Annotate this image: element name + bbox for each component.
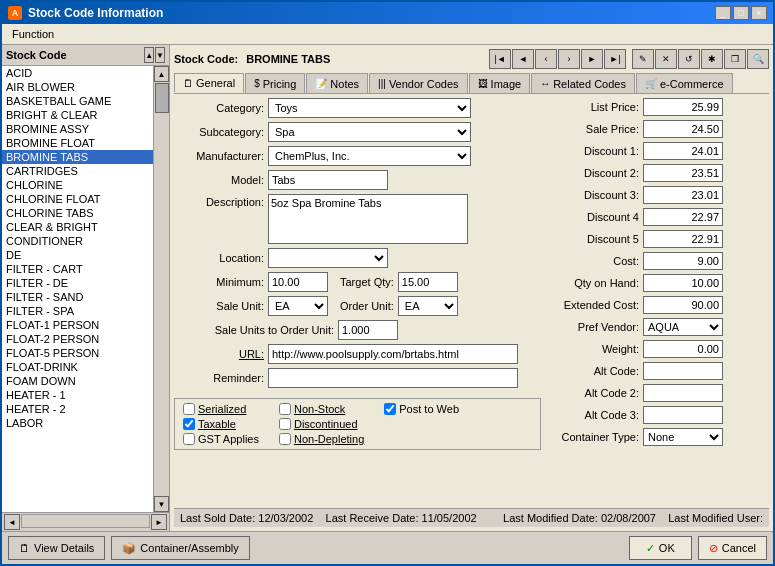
discount3-input[interactable]: [643, 186, 723, 204]
sidebar-item-float5[interactable]: FLOAT-5 PERSON: [2, 346, 153, 360]
sidebar-item-chlorine[interactable]: CHLORINE: [2, 178, 153, 192]
non-stock-checkbox[interactable]: [279, 403, 291, 415]
sidebar-item-filter-spa[interactable]: FILTER - SPA: [2, 304, 153, 318]
container-assembly-button[interactable]: 📦 Container/Assembly: [111, 536, 249, 560]
ok-button[interactable]: ✓ OK: [629, 536, 692, 560]
sale-units-input[interactable]: [338, 320, 398, 340]
manufacturer-row: Manufacturer: ChemPlus, Inc.: [174, 146, 541, 166]
sidebar-item-bright-clear[interactable]: BRIGHT & CLEAR: [2, 108, 153, 122]
sale-price-input[interactable]: [643, 120, 723, 138]
sidebar-item-airblower[interactable]: AIR BLOWER: [2, 80, 153, 94]
sidebar-item-bromine-assy[interactable]: BROMINE ASSY: [2, 122, 153, 136]
list-price-input[interactable]: [643, 98, 723, 116]
tab-related-codes[interactable]: ↔ Related Codes: [531, 73, 635, 93]
sidebar-item-filter-sand[interactable]: FILTER - SAND: [2, 290, 153, 304]
sidebar-item-clear-bright[interactable]: CLEAR & BRIGHT: [2, 220, 153, 234]
description-input[interactable]: 5oz Spa Bromine Tabs: [268, 194, 468, 244]
sidebar-item-filter-cart[interactable]: FILTER - CART: [2, 262, 153, 276]
qty-on-hand-input[interactable]: [643, 274, 723, 292]
sidebar-item-float1[interactable]: FLOAT-1 PERSON: [2, 318, 153, 332]
list-price-label: List Price:: [549, 101, 639, 113]
sidebar-sort-desc[interactable]: ▼: [155, 47, 165, 63]
weight-input[interactable]: [643, 340, 723, 358]
sidebar-item-de[interactable]: DE: [2, 248, 153, 262]
sidebar-scroll-left[interactable]: ◄: [4, 514, 20, 530]
sidebar-item-basketball[interactable]: BASKETBALL GAME: [2, 94, 153, 108]
cancel-button[interactable]: ⊘ Cancel: [698, 536, 767, 560]
taxable-checkbox[interactable]: [183, 418, 195, 430]
manufacturer-select[interactable]: ChemPlus, Inc.: [268, 146, 471, 166]
tab-ecommerce[interactable]: 🛒 e-Commerce: [636, 73, 733, 93]
category-select[interactable]: Toys: [268, 98, 471, 118]
close-button[interactable]: ×: [751, 6, 767, 20]
sidebar-item-float2[interactable]: FLOAT-2 PERSON: [2, 332, 153, 346]
sidebar-item-chlorine-float[interactable]: CHLORINE FLOAT: [2, 192, 153, 206]
discount5-input[interactable]: [643, 230, 723, 248]
sidebar-item-filter-de[interactable]: FILTER - DE: [2, 276, 153, 290]
nav-last-button[interactable]: ►|: [604, 49, 626, 69]
sidebar-sort-asc[interactable]: ▲: [144, 47, 154, 63]
nav-search-button[interactable]: 🔍: [747, 49, 769, 69]
maximize-button[interactable]: □: [733, 6, 749, 20]
sidebar-item-float-drink[interactable]: FLOAT-DRINK: [2, 360, 153, 374]
sidebar-item-bromine-tabs[interactable]: BROMINE TABS: [2, 150, 153, 164]
container-type-select[interactable]: None: [643, 428, 723, 446]
nav-refresh-button[interactable]: ↺: [678, 49, 700, 69]
alt-code-input[interactable]: [643, 362, 723, 380]
alt-code3-input[interactable]: [643, 406, 723, 424]
nav-prev-button[interactable]: ◄: [512, 49, 534, 69]
serialized-checkbox[interactable]: [183, 403, 195, 415]
model-input[interactable]: Tabs: [268, 170, 388, 190]
nav-delete-button[interactable]: ✕: [655, 49, 677, 69]
sidebar-item-bromine-float[interactable]: BROMINE FLOAT: [2, 136, 153, 150]
nav-back-button[interactable]: ‹: [535, 49, 557, 69]
discount4-input[interactable]: [643, 208, 723, 226]
minimize-button[interactable]: _: [715, 6, 731, 20]
sidebar-item-heater2[interactable]: HEATER - 2: [2, 402, 153, 416]
nav-next-button[interactable]: ►: [581, 49, 603, 69]
nav-fwd-button[interactable]: ›: [558, 49, 580, 69]
menu-function[interactable]: Function: [6, 26, 60, 42]
nav-copy-button[interactable]: ❐: [724, 49, 746, 69]
pref-vendor-select[interactable]: AQUA: [643, 318, 723, 336]
tab-notes[interactable]: 📝 Notes: [306, 73, 368, 93]
tab-pricing[interactable]: $ Pricing: [245, 73, 305, 93]
sidebar-item-acid[interactable]: ACID: [2, 66, 153, 80]
subcategory-select[interactable]: Spa: [268, 122, 471, 142]
url-input[interactable]: [268, 344, 518, 364]
tab-vendor-codes[interactable]: ||| Vendor Codes: [369, 73, 468, 93]
cost-input[interactable]: [643, 252, 723, 270]
scroll-thumb[interactable]: [155, 83, 169, 113]
stock-code-label: Stock Code:: [174, 53, 238, 65]
post-to-web-checkbox[interactable]: [384, 403, 396, 415]
reminder-input[interactable]: [268, 368, 518, 388]
order-unit-select[interactable]: EA: [398, 296, 458, 316]
subcategory-row: Subcategory: Spa: [174, 122, 541, 142]
discount2-input[interactable]: [643, 164, 723, 182]
sale-unit-select[interactable]: EA: [268, 296, 328, 316]
sidebar-scroll-right[interactable]: ►: [151, 514, 167, 530]
sidebar-item-chlorine-tabs[interactable]: CHLORINE TABS: [2, 206, 153, 220]
non-depleting-checkbox[interactable]: [279, 433, 291, 445]
view-details-button[interactable]: 🗒 View Details: [8, 536, 105, 560]
gst-checkbox[interactable]: [183, 433, 195, 445]
scroll-up-button[interactable]: ▲: [154, 66, 169, 82]
sidebar-item-heater1[interactable]: HEATER - 1: [2, 388, 153, 402]
discount1-input[interactable]: [643, 142, 723, 160]
location-select[interactable]: [268, 248, 388, 268]
nav-edit-button[interactable]: ✎: [632, 49, 654, 69]
minimum-input[interactable]: [268, 272, 328, 292]
discontinued-checkbox[interactable]: [279, 418, 291, 430]
target-qty-input[interactable]: [398, 272, 458, 292]
alt-code2-input[interactable]: [643, 384, 723, 402]
nav-first-button[interactable]: |◄: [489, 49, 511, 69]
sidebar-item-conditioner[interactable]: CONDITIONER: [2, 234, 153, 248]
tab-image[interactable]: 🖼 Image: [469, 73, 531, 93]
sidebar-item-cartridges[interactable]: CARTRIDGES: [2, 164, 153, 178]
sidebar-item-foam-down[interactable]: FOAM DOWN: [2, 374, 153, 388]
nav-new-button[interactable]: ✱: [701, 49, 723, 69]
scroll-down-button[interactable]: ▼: [154, 496, 169, 512]
sidebar-item-labor[interactable]: LABOR: [2, 416, 153, 430]
extended-cost-input[interactable]: [643, 296, 723, 314]
tab-general[interactable]: 🗒 General: [174, 73, 244, 93]
